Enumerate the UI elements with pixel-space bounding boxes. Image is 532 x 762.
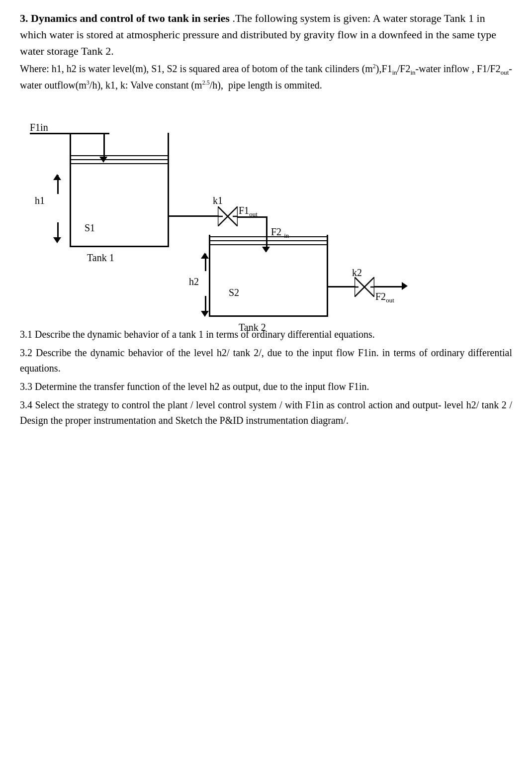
questions-section: 3.1 Describe the dynamic behavior of a t… [20,327,512,428]
tank2-right-wall [327,235,328,255]
tank1-body [70,168,169,247]
valve-k2 [355,277,374,297]
tank1-label: Tank 1 [87,252,114,264]
valve-k2-svg [355,277,374,297]
s2-label: S2 [229,287,239,298]
water-line-2 [70,159,169,160]
question-3-3: 3.3 Determine the transfer function of t… [20,379,512,394]
q3-4-text: 3.4 Select the strategy to control the p… [20,399,512,426]
h2-arrow-up-head [201,253,209,259]
page-container: 3. Dynamics and control of two tank in s… [20,10,512,428]
valve-k1-svg [218,206,238,226]
water-line-3 [70,163,169,164]
description-text: Where: h1, h2 is water level(m), S1, S2 … [20,61,512,93]
pipe-valve-horiz [238,216,267,218]
h2-label: h2 [189,276,199,287]
pipe-after-valve2 [374,286,404,287]
pipe-tank2-valve2 [328,286,355,287]
title-bold: Dynamics and control of two tank in seri… [31,12,230,24]
title-number: 3. [20,12,28,24]
q3-2-text: 3.2 Describe the dynamic behavior of the… [20,347,512,374]
q3-1-text: 3.1 Describe the dynamic behavior of a t… [20,329,375,340]
tank2-label: Tank 2 [239,322,266,333]
system-diagram: F1in h1 S1 Tank 1 k1 [30,103,378,317]
h1-label: h1 [35,195,45,206]
water-line-1 [70,155,169,156]
water-line-t2-2 [210,240,327,241]
inflow-arrow-head [99,157,107,163]
valve-k1 [218,206,238,226]
question-3-1: 3.1 Describe the dynamic behavior of a t… [20,327,512,342]
tank2-water-lines [210,236,327,248]
k1-label: k1 [213,195,223,206]
h1-arrow-down-head [53,237,61,243]
h1-arrow-up-head [53,174,61,180]
f1in-label: F1in [30,122,48,133]
f2out-arrow-head [402,282,408,290]
q3-3-text: 3.3 Determine the transfer function of t… [20,381,369,392]
tank1-water-lines [70,155,169,167]
question-3-4: 3.4 Select the strategy to control the p… [20,397,512,428]
water-line-t2-1 [210,236,327,237]
f2out-label: F2out [375,291,394,304]
inflow-arrow-shaft [103,134,105,159]
water-line-t2-3 [210,244,327,245]
pipe-tank1-valve1 [169,215,219,217]
question-3-2: 3.2 Describe the dynamic behavior of the… [20,345,512,376]
tank2-body [209,252,328,317]
s1-label: S1 [85,222,95,234]
h2-arrow-down-head [201,311,209,317]
section-title: 3. Dynamics and control of two tank in s… [20,10,512,59]
